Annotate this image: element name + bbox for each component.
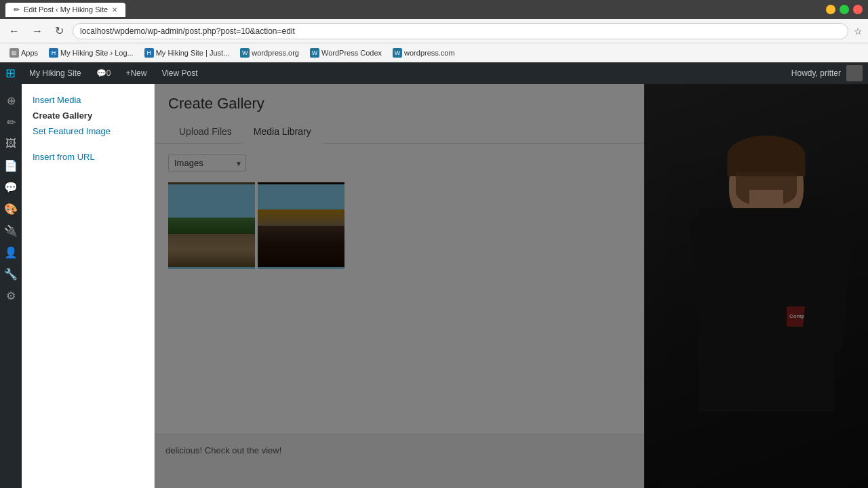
left-panel: Insert Media Create Gallery Set Featured… xyxy=(22,84,155,488)
comments-count: 0 xyxy=(106,68,111,78)
bookmark-wp-org-label: wordpress.org xyxy=(252,49,299,57)
sidebar-icon-users[interactable]: 👤 xyxy=(0,241,22,263)
tab-title: Edit Post ‹ My Hiking Site xyxy=(24,5,108,14)
url-input[interactable]: localhost/wpdemo/wp-admin/post.php?post=… xyxy=(73,23,848,39)
set-featured-image-link[interactable]: Set Featured Image xyxy=(33,126,143,136)
howdy-text: Howdy, pritter xyxy=(791,68,841,78)
admin-bar-site-label: My Hiking Site xyxy=(29,68,81,78)
wp-com-icon: W xyxy=(393,48,402,58)
sidebar-icon-comments[interactable]: 💬 xyxy=(0,176,22,198)
sidebar-icon-appearance[interactable]: 🎨 xyxy=(0,198,22,220)
sidebar-icon-posts[interactable]: ✏ xyxy=(0,111,22,133)
bookmark-wp-org[interactable]: W wordpress.org xyxy=(236,47,303,59)
wp-main: ⊕ ✏ 🖼 📄 💬 🎨 🔌 👤 🔧 ⚙ Insert Media Create … xyxy=(0,84,868,488)
forward-button[interactable]: → xyxy=(28,24,46,39)
address-bar: ← → ↻ localhost/wpdemo/wp-admin/post.php… xyxy=(0,19,868,43)
sidebar-icon-media[interactable]: 🖼 xyxy=(0,133,22,155)
wp-org-icon: W xyxy=(240,48,250,58)
tab-favicon: ✏ xyxy=(14,5,20,14)
bookmark-apps[interactable]: ⊞ Apps xyxy=(5,47,42,59)
bookmark-hiking-log-label: My Hiking Site › Log... xyxy=(60,49,134,57)
bookmark-hiking-just[interactable]: H My Hiking Site | Just... xyxy=(140,47,234,59)
bookmark-apps-label: Apps xyxy=(21,49,38,57)
wp-logo-icon[interactable]: ⊞ xyxy=(5,66,16,81)
modal-overlay[interactable] xyxy=(155,84,868,488)
insert-media-link[interactable]: Insert Media xyxy=(33,95,143,105)
admin-bar-new[interactable]: + New xyxy=(119,62,153,84)
bookmark-hiking-log[interactable]: H My Hiking Site › Log... xyxy=(45,47,138,59)
apps-icon: ⊞ xyxy=(9,48,19,58)
back-button[interactable]: ← xyxy=(5,24,23,39)
hiking-just-icon: H xyxy=(144,48,154,58)
bookmark-wp-com[interactable]: W wordpress.com xyxy=(389,47,459,59)
create-gallery-link[interactable]: Create Gallery xyxy=(33,110,143,121)
browser-tab[interactable]: ✏ Edit Post ‹ My Hiking Site ✕ xyxy=(5,3,125,17)
admin-bar-new-icon: + xyxy=(125,68,130,78)
window-controls xyxy=(826,5,863,14)
admin-bar-comments[interactable]: 💬 0 xyxy=(90,62,118,84)
insert-from-url-link[interactable]: Insert from URL xyxy=(33,152,143,162)
bookmark-star-icon[interactable]: ☆ xyxy=(854,26,863,37)
bookmark-wp-codex-label: WordPress Codex xyxy=(321,49,382,57)
bookmark-wp-com-label: wordpress.com xyxy=(404,49,455,57)
title-bar: ✏ Edit Post ‹ My Hiking Site ✕ xyxy=(0,0,868,19)
sidebar-icon-dashboard[interactable]: ⊕ xyxy=(0,89,22,111)
reload-button[interactable]: ↻ xyxy=(52,23,67,39)
admin-bar-view-post[interactable]: View Post xyxy=(155,62,204,84)
admin-bar-site[interactable]: My Hiking Site xyxy=(22,62,88,84)
user-avatar xyxy=(846,65,863,81)
wp-codex-icon: W xyxy=(310,48,319,58)
url-text: localhost/wpdemo/wp-admin/post.php?post=… xyxy=(80,26,295,36)
admin-bar-right: Howdy, pritter xyxy=(791,65,863,81)
comment-icon: 💬 xyxy=(96,68,106,78)
bookmark-wp-codex[interactable]: W WordPress Codex xyxy=(306,47,386,59)
tab-close-icon[interactable]: ✕ xyxy=(112,6,117,14)
sidebar-icon-settings[interactable]: ⚙ xyxy=(0,285,22,306)
content-area: Create Gallery × Upload Files Media Libr… xyxy=(155,84,868,488)
hiking-log-icon: H xyxy=(49,48,58,58)
minimize-btn[interactable] xyxy=(826,5,835,14)
sidebar-icon-pages[interactable]: 📄 xyxy=(0,155,22,176)
sidebar: ⊕ ✏ 🖼 📄 💬 🎨 🔌 👤 🔧 ⚙ xyxy=(0,84,22,488)
close-btn[interactable] xyxy=(853,5,863,14)
sidebar-icon-tools[interactable]: 🔧 xyxy=(0,263,22,285)
maximize-btn[interactable] xyxy=(840,5,849,14)
bookmark-hiking-just-label: My Hiking Site | Just... xyxy=(156,49,230,57)
admin-bar-new-label: New xyxy=(130,68,146,78)
sidebar-icon-plugins[interactable]: 🔌 xyxy=(0,220,22,241)
bookmarks-bar: ⊞ Apps H My Hiking Site › Log... H My Hi… xyxy=(0,43,868,62)
wp-admin-bar: ⊞ My Hiking Site 💬 0 + New View Post How… xyxy=(0,62,868,84)
admin-bar-view-post-label: View Post xyxy=(161,68,197,78)
